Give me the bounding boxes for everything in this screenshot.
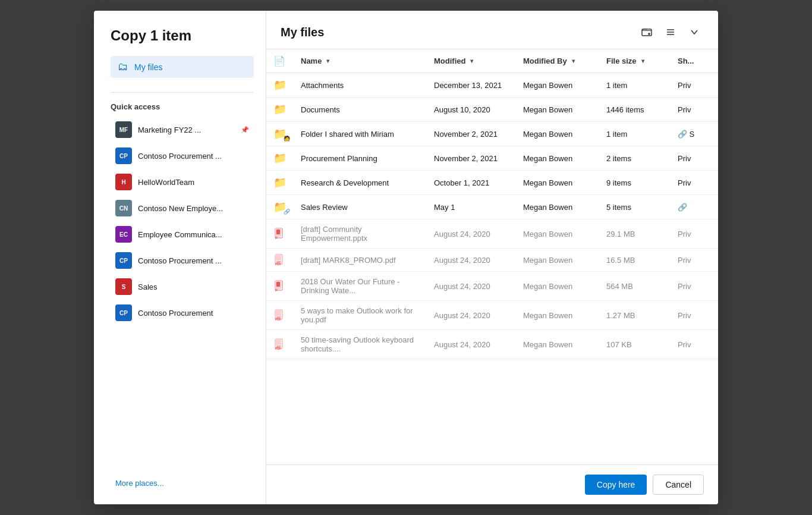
quick-access-item-cp2[interactable]: CPContoso Procurement ... <box>111 248 254 273</box>
row-name-cell: Sales Review <box>294 195 427 219</box>
pdf-icon: PDF <box>273 309 287 321</box>
table-row[interactable]: PDF 50 time-saving Outlook keyboard shor… <box>266 330 718 359</box>
row-sharing-cell: Priv <box>671 272 718 301</box>
quick-access-item-ec[interactable]: ECEmployee Communica... <box>111 222 254 247</box>
copy-here-button[interactable]: Copy here <box>585 475 647 495</box>
row-name-cell: Folder I shared with Miriam <box>294 122 427 146</box>
svg-text:PDF: PDF <box>275 318 281 321</box>
svg-rect-17 <box>276 282 280 287</box>
header-icons <box>637 23 704 42</box>
row-icon-cell: 📁 <box>266 146 294 171</box>
row-name-cell: [draft] MARK8_PROMO.pdf <box>294 249 427 272</box>
th-name[interactable]: Name ▾ <box>294 49 427 73</box>
my-files-button[interactable]: 🗂 My files <box>111 56 254 78</box>
row-modified-by-cell: Megan Bowen <box>516 330 599 359</box>
row-sharing-cell: Priv <box>671 171 718 195</box>
row-name-cell: 2018 Our Water Our Future - Drinking Wat… <box>294 272 427 301</box>
file-table-wrapper[interactable]: 📄 Name ▾ Modif <box>266 49 718 464</box>
quick-access-item-h[interactable]: HHelloWorldTeam <box>111 169 254 194</box>
row-filesize-cell: 1.27 MB <box>599 301 671 330</box>
row-icon-cell: 📁 <box>266 171 294 195</box>
quick-access-item-mf[interactable]: MFMarketing FY22 ...📌 <box>111 117 254 142</box>
row-modified-cell: November 2, 2021 <box>427 146 516 171</box>
overlay: Copy 1 item 🗂 My files Quick access MFMa… <box>0 0 812 515</box>
quick-access-item-cp1[interactable]: CPContoso Procurement ... <box>111 143 254 168</box>
folder-shared-icon: 📁🧑 <box>273 127 287 140</box>
row-modified-cell: August 10, 2020 <box>427 98 516 122</box>
svg-text:PDF: PDF <box>275 262 281 266</box>
avatar: CP <box>115 304 132 321</box>
svg-rect-8 <box>276 230 280 234</box>
row-modified-by-cell: Megan Bowen <box>516 249 599 272</box>
folder-link-icon: 📁🔗 <box>273 200 287 213</box>
table-row[interactable]: 📁 Documents August 10, 2020 Megan Bowen … <box>266 98 718 122</box>
th-filesize[interactable]: File size ▾ <box>599 49 671 73</box>
right-header: My files <box>266 11 718 49</box>
th-modified[interactable]: Modified ▾ <box>427 49 516 73</box>
dialog-body: Copy 1 item 🗂 My files Quick access MFMa… <box>94 11 718 504</box>
quick-access-item-cne[interactable]: CNContoso New Employe... <box>111 196 254 221</box>
row-filesize-cell: 1 item <box>599 73 671 98</box>
row-modified-by-cell: Megan Bowen <box>516 171 599 195</box>
table-row[interactable]: PDF 5 ways to make Outlook work for you.… <box>266 301 718 330</box>
file-table: 📄 Name ▾ Modif <box>266 49 718 359</box>
menu-icon-btn[interactable] <box>661 23 680 42</box>
table-row[interactable]: 📁🧑 Folder I shared with Miriam November … <box>266 122 718 146</box>
row-modified-by-cell: Megan Bowen <box>516 219 599 249</box>
svg-rect-20 <box>275 310 281 316</box>
row-sharing-cell: 🔗 <box>671 195 718 219</box>
avatar: CN <box>115 200 132 216</box>
table-row[interactable]: 📁 Research & Development October 1, 2021… <box>266 171 718 195</box>
row-name-cell: Procurement Planning <box>294 146 427 171</box>
table-row[interactable]: P [draft] Community Empowerment.pptx Aug… <box>266 219 718 249</box>
quick-access-item-label: HelloWorldTeam <box>138 178 249 187</box>
cancel-button[interactable]: Cancel <box>653 475 704 495</box>
table-row[interactable]: P 2018 Our Water Our Future - Drinking W… <box>266 272 718 301</box>
svg-rect-0 <box>642 29 652 36</box>
table-row[interactable]: 📁🔗 Sales Review May 1 Megan Bowen 5 item… <box>266 195 718 219</box>
row-name-cell: 5 ways to make Outlook work for you.pdf <box>294 301 427 330</box>
avatar: H <box>115 174 132 190</box>
new-folder-icon-btn[interactable] <box>637 23 656 42</box>
th-modified-by[interactable]: Modified By ▾ <box>516 49 599 73</box>
quick-access-item-cp3[interactable]: CPContoso Procurement <box>111 300 254 325</box>
row-modified-by-cell: Megan Bowen <box>516 195 599 219</box>
quick-access-item-s[interactable]: SSales <box>111 274 254 299</box>
table-row[interactable]: 📁 Procurement Planning November 2, 2021 … <box>266 146 718 171</box>
folder-icon: 📁 <box>273 103 287 116</box>
row-name-cell: Documents <box>294 98 427 122</box>
row-sharing-cell: Priv <box>671 98 718 122</box>
row-name-cell: Attachments <box>294 73 427 98</box>
row-modified-cell: December 13, 2021 <box>427 73 516 98</box>
table-body: 📁 Attachments December 13, 2021 Megan Bo… <box>266 73 718 359</box>
row-name-cell: 50 time-saving Outlook keyboard shortcut… <box>294 330 427 359</box>
right-panel: My files <box>266 11 718 504</box>
row-modified-by-cell: Megan Bowen <box>516 98 599 122</box>
row-filesize-cell: 16.5 MB <box>599 249 671 272</box>
avatar: EC <box>115 226 132 243</box>
folder-icon: 📁 <box>273 176 287 189</box>
svg-text:PDF: PDF <box>275 347 281 350</box>
divider <box>111 92 254 93</box>
row-sharing-cell: Priv <box>671 219 718 249</box>
copy-dialog: Copy 1 item 🗂 My files Quick access MFMa… <box>94 11 718 504</box>
folder-icon: 🗂 <box>118 61 128 73</box>
table-row[interactable]: PDF [draft] MARK8_PROMO.pdf August 24, 2… <box>266 249 718 272</box>
chevron-down-icon-btn[interactable] <box>685 23 704 42</box>
row-modified-by-cell: Megan Bowen <box>516 272 599 301</box>
quick-access-item-label: Employee Communica... <box>138 230 249 239</box>
filesize-sort-arrow: ▾ <box>641 58 644 64</box>
left-panel: Copy 1 item 🗂 My files Quick access MFMa… <box>94 11 266 504</box>
pin-icon: 📌 <box>241 126 249 134</box>
modified-sort-arrow: ▾ <box>470 58 473 64</box>
quick-access-label: Quick access <box>111 102 254 111</box>
more-places-link[interactable]: More places... <box>111 474 254 492</box>
quick-access-item-label: Contoso New Employe... <box>138 204 249 213</box>
modified-by-sort-arrow: ▾ <box>572 58 575 64</box>
quick-access-item-label: Sales <box>138 282 249 291</box>
row-modified-by-cell: Megan Bowen <box>516 301 599 330</box>
dialog-footer: Copy here Cancel <box>266 464 718 504</box>
svg-rect-25 <box>275 339 281 345</box>
table-row[interactable]: 📁 Attachments December 13, 2021 Megan Bo… <box>266 73 718 98</box>
th-icon: 📄 <box>266 49 294 73</box>
